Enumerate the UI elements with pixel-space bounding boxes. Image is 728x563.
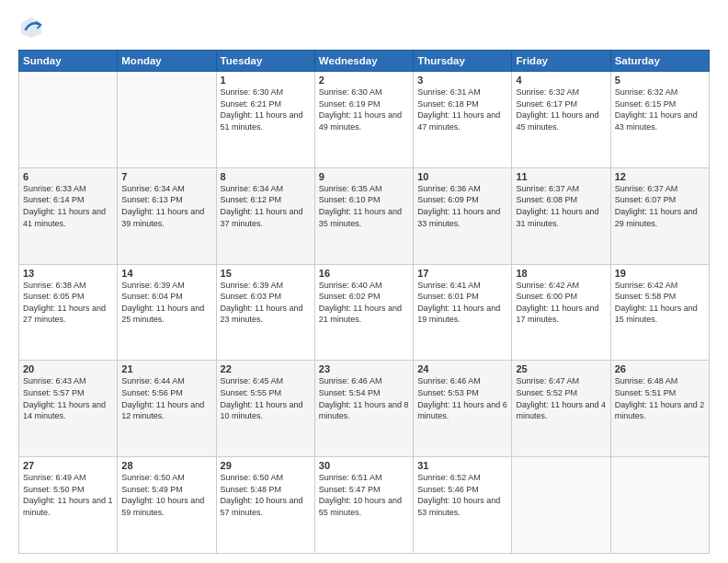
calendar-cell: 19Sunrise: 6:42 AMSunset: 5:58 PMDayligh…	[610, 264, 709, 361]
calendar-cell: 29Sunrise: 6:50 AMSunset: 5:48 PMDayligh…	[216, 457, 314, 554]
day-detail: Sunrise: 6:46 AMSunset: 5:53 PMDaylight:…	[417, 375, 507, 421]
day-number: 6	[23, 171, 113, 182]
day-number: 18	[516, 268, 606, 279]
day-number: 29	[221, 460, 311, 471]
day-detail: Sunrise: 6:43 AMSunset: 5:57 PMDaylight:…	[23, 375, 113, 421]
calendar-day-header: Sunday	[19, 51, 118, 72]
day-number: 27	[23, 460, 113, 471]
day-number: 10	[417, 171, 507, 182]
day-detail: Sunrise: 6:48 AMSunset: 5:51 PMDaylight:…	[615, 375, 705, 421]
day-number: 11	[516, 171, 606, 182]
day-detail: Sunrise: 6:30 AMSunset: 6:19 PMDaylight:…	[319, 86, 409, 132]
day-number: 31	[417, 460, 507, 471]
day-number: 21	[121, 363, 211, 374]
day-number: 24	[417, 363, 507, 374]
calendar-week-row: 13Sunrise: 6:38 AMSunset: 6:05 PMDayligh…	[19, 264, 710, 361]
calendar-week-row: 1Sunrise: 6:30 AMSunset: 6:21 PMDaylight…	[19, 72, 710, 168]
logo	[18, 15, 48, 40]
calendar-day-header: Monday	[118, 51, 216, 72]
day-number: 4	[516, 75, 606, 86]
day-number: 5	[615, 75, 705, 86]
logo-icon	[18, 15, 44, 40]
calendar-cell: 20Sunrise: 6:43 AMSunset: 5:57 PMDayligh…	[19, 361, 118, 457]
day-detail: Sunrise: 6:49 AMSunset: 5:50 PMDaylight:…	[23, 472, 113, 518]
calendar-cell: 3Sunrise: 6:31 AMSunset: 6:18 PMDaylight…	[414, 72, 512, 168]
day-detail: Sunrise: 6:35 AMSunset: 6:10 PMDaylight:…	[319, 183, 409, 229]
day-detail: Sunrise: 6:37 AMSunset: 6:07 PMDaylight:…	[615, 183, 705, 229]
day-number: 7	[121, 171, 211, 182]
calendar-day-header: Wednesday	[314, 51, 413, 72]
calendar-cell: 1Sunrise: 6:30 AMSunset: 6:21 PMDaylight…	[216, 72, 314, 168]
calendar-cell: 27Sunrise: 6:49 AMSunset: 5:50 PMDayligh…	[19, 457, 118, 554]
calendar-cell: 13Sunrise: 6:38 AMSunset: 6:05 PMDayligh…	[19, 264, 118, 361]
calendar-day-header: Friday	[512, 51, 610, 72]
day-detail: Sunrise: 6:34 AMSunset: 6:13 PMDaylight:…	[121, 183, 211, 229]
page: SundayMondayTuesdayWednesdayThursdayFrid…	[0, 0, 728, 563]
calendar-cell: 12Sunrise: 6:37 AMSunset: 6:07 PMDayligh…	[610, 167, 709, 264]
day-detail: Sunrise: 6:32 AMSunset: 6:15 PMDaylight:…	[615, 86, 705, 132]
day-detail: Sunrise: 6:52 AMSunset: 5:46 PMDaylight:…	[417, 472, 507, 518]
calendar-cell: 26Sunrise: 6:48 AMSunset: 5:51 PMDayligh…	[610, 361, 709, 457]
day-detail: Sunrise: 6:47 AMSunset: 5:52 PMDaylight:…	[516, 375, 606, 421]
calendar-cell: 31Sunrise: 6:52 AMSunset: 5:46 PMDayligh…	[414, 457, 512, 554]
header	[18, 15, 710, 40]
calendar-table: SundayMondayTuesdayWednesdayThursdayFrid…	[18, 50, 710, 554]
calendar-week-row: 27Sunrise: 6:49 AMSunset: 5:50 PMDayligh…	[19, 457, 710, 554]
calendar-cell: 15Sunrise: 6:39 AMSunset: 6:03 PMDayligh…	[216, 264, 314, 361]
day-number: 28	[121, 460, 211, 471]
calendar-cell: 6Sunrise: 6:33 AMSunset: 6:14 PMDaylight…	[19, 167, 118, 264]
calendar-cell: 21Sunrise: 6:44 AMSunset: 5:56 PMDayligh…	[118, 361, 216, 457]
day-detail: Sunrise: 6:40 AMSunset: 6:02 PMDaylight:…	[319, 280, 409, 326]
calendar-cell: 7Sunrise: 6:34 AMSunset: 6:13 PMDaylight…	[118, 167, 216, 264]
day-number: 1	[221, 75, 311, 86]
day-detail: Sunrise: 6:39 AMSunset: 6:03 PMDaylight:…	[221, 280, 311, 326]
day-detail: Sunrise: 6:36 AMSunset: 6:09 PMDaylight:…	[417, 183, 507, 229]
day-number: 15	[221, 268, 311, 279]
calendar-cell: 14Sunrise: 6:39 AMSunset: 6:04 PMDayligh…	[118, 264, 216, 361]
calendar-cell: 10Sunrise: 6:36 AMSunset: 6:09 PMDayligh…	[414, 167, 512, 264]
day-number: 3	[417, 75, 507, 86]
calendar-cell: 22Sunrise: 6:45 AMSunset: 5:55 PMDayligh…	[216, 361, 314, 457]
day-detail: Sunrise: 6:31 AMSunset: 6:18 PMDaylight:…	[417, 86, 507, 132]
day-detail: Sunrise: 6:37 AMSunset: 6:08 PMDaylight:…	[516, 183, 606, 229]
calendar-cell: 8Sunrise: 6:34 AMSunset: 6:12 PMDaylight…	[216, 167, 314, 264]
day-number: 19	[615, 268, 705, 279]
calendar-cell: 17Sunrise: 6:41 AMSunset: 6:01 PMDayligh…	[414, 264, 512, 361]
calendar-cell: 25Sunrise: 6:47 AMSunset: 5:52 PMDayligh…	[512, 361, 610, 457]
day-detail: Sunrise: 6:32 AMSunset: 6:17 PMDaylight:…	[516, 86, 606, 132]
day-number: 9	[319, 171, 409, 182]
day-number: 14	[121, 268, 211, 279]
calendar-cell	[610, 457, 709, 554]
day-number: 20	[23, 363, 113, 374]
calendar-week-row: 20Sunrise: 6:43 AMSunset: 5:57 PMDayligh…	[19, 361, 710, 457]
day-detail: Sunrise: 6:50 AMSunset: 5:48 PMDaylight:…	[221, 472, 311, 518]
day-number: 30	[319, 460, 409, 471]
calendar-cell: 5Sunrise: 6:32 AMSunset: 6:15 PMDaylight…	[610, 72, 709, 168]
day-number: 23	[319, 363, 409, 374]
calendar-cell: 9Sunrise: 6:35 AMSunset: 6:10 PMDaylight…	[314, 167, 413, 264]
day-number: 26	[615, 363, 705, 374]
calendar-cell: 2Sunrise: 6:30 AMSunset: 6:19 PMDaylight…	[314, 72, 413, 168]
day-detail: Sunrise: 6:45 AMSunset: 5:55 PMDaylight:…	[221, 375, 311, 421]
day-detail: Sunrise: 6:41 AMSunset: 6:01 PMDaylight:…	[417, 280, 507, 326]
day-detail: Sunrise: 6:42 AMSunset: 5:58 PMDaylight:…	[615, 280, 705, 326]
calendar-header-row: SundayMondayTuesdayWednesdayThursdayFrid…	[19, 51, 710, 72]
day-number: 12	[615, 171, 705, 182]
calendar-cell: 18Sunrise: 6:42 AMSunset: 6:00 PMDayligh…	[512, 264, 610, 361]
day-number: 17	[417, 268, 507, 279]
calendar-cell	[19, 72, 118, 168]
calendar-cell: 30Sunrise: 6:51 AMSunset: 5:47 PMDayligh…	[314, 457, 413, 554]
calendar-cell: 16Sunrise: 6:40 AMSunset: 6:02 PMDayligh…	[314, 264, 413, 361]
day-detail: Sunrise: 6:50 AMSunset: 5:49 PMDaylight:…	[121, 472, 211, 518]
day-detail: Sunrise: 6:44 AMSunset: 5:56 PMDaylight:…	[121, 375, 211, 421]
day-number: 16	[319, 268, 409, 279]
calendar-day-header: Tuesday	[216, 51, 314, 72]
day-detail: Sunrise: 6:42 AMSunset: 6:00 PMDaylight:…	[516, 280, 606, 326]
calendar-cell: 11Sunrise: 6:37 AMSunset: 6:08 PMDayligh…	[512, 167, 610, 264]
day-number: 25	[516, 363, 606, 374]
day-number: 13	[23, 268, 113, 279]
day-detail: Sunrise: 6:51 AMSunset: 5:47 PMDaylight:…	[319, 472, 409, 518]
day-number: 8	[221, 171, 311, 182]
day-detail: Sunrise: 6:38 AMSunset: 6:05 PMDaylight:…	[23, 280, 113, 326]
day-detail: Sunrise: 6:33 AMSunset: 6:14 PMDaylight:…	[23, 183, 113, 229]
